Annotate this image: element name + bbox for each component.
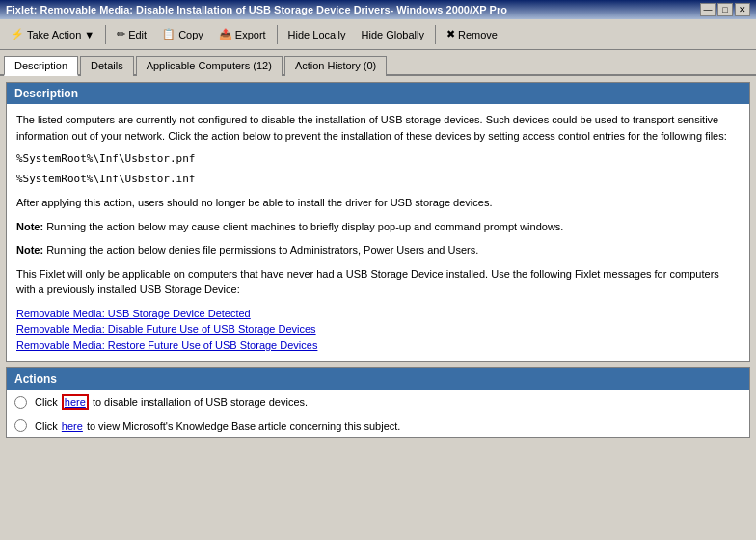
close-button[interactable]: ✕ xyxy=(735,3,750,16)
action2-radio[interactable] xyxy=(14,419,27,432)
note2: Note: Running the action below denies fi… xyxy=(16,242,740,258)
minimize-button[interactable]: — xyxy=(700,3,716,16)
take-action-label: Take Action xyxy=(27,29,81,40)
action2-suffix: to view Microsoft's Knowledge Base artic… xyxy=(87,420,401,432)
action-row-1: Click here to disable installation of US… xyxy=(7,390,749,415)
tab-applicable-computers[interactable]: Applicable Computers (12) xyxy=(136,56,283,76)
code-line1: %SystemRoot%\Inf\Usbstor.pnf xyxy=(16,151,740,168)
edit-icon: ✏ xyxy=(117,28,125,40)
action-row-2: Click here to view Microsoft's Knowledge… xyxy=(7,415,749,437)
window-controls: — □ ✕ xyxy=(700,3,750,16)
copy-label: Copy xyxy=(178,29,203,40)
link-usb-detected[interactable]: Removable Media: USB Storage Device Dete… xyxy=(16,306,740,322)
edit-label: Edit xyxy=(128,29,147,40)
action1-radio[interactable] xyxy=(14,396,27,409)
dropdown-arrow-icon: ▼ xyxy=(84,29,94,40)
toolbar-separator-3 xyxy=(435,25,436,44)
actions-box: Actions Click here to disable installati… xyxy=(6,367,750,438)
description-paragraph3: This Fixlet will only be applicable on c… xyxy=(16,266,740,298)
code-line2: %SystemRoot%\Inf\Usbstor.inf xyxy=(16,172,740,188)
link-disable-future[interactable]: Removable Media: Disable Future Use of U… xyxy=(16,321,740,338)
link-restore-future[interactable]: Removable Media: Restore Future Use of U… xyxy=(16,338,740,354)
description-paragraph1: The listed computers are currently not c… xyxy=(16,112,740,144)
hide-locally-button[interactable]: Hide Locally xyxy=(282,23,353,46)
note1-text: Running the action below may cause clien… xyxy=(43,221,563,232)
description-paragraph2: After applying this action, users should… xyxy=(16,195,740,211)
action1-link[interactable]: here xyxy=(62,394,89,410)
tabs-bar: Description Details Applicable Computers… xyxy=(0,50,756,76)
description-content: The listed computers are currently not c… xyxy=(7,104,749,361)
tab-details[interactable]: Details xyxy=(80,56,134,76)
copy-icon: 📋 xyxy=(162,28,176,40)
remove-label: Remove xyxy=(458,29,498,40)
edit-button[interactable]: ✏ Edit xyxy=(110,23,153,46)
action2-link[interactable]: here xyxy=(62,420,83,432)
export-button[interactable]: 📤 Export xyxy=(212,23,273,46)
note1-bold: Note: xyxy=(16,221,43,232)
links-list: Removable Media: USB Storage Device Dete… xyxy=(16,306,740,354)
remove-button[interactable]: ✖ Remove xyxy=(440,23,504,46)
tab-action-history[interactable]: Action History (0) xyxy=(284,56,387,76)
note2-text: Running the action below denies file per… xyxy=(43,244,478,256)
maximize-button[interactable]: □ xyxy=(717,3,733,16)
description-box: Description The listed computers are cur… xyxy=(6,82,750,362)
action1-suffix: to disable installation of USB storage d… xyxy=(93,396,308,408)
take-action-icon: ⚡ xyxy=(11,28,24,40)
window-title: Fixlet: Removable Media: Disable Install… xyxy=(6,4,507,15)
hide-globally-label: Hide Globally xyxy=(362,29,424,40)
copy-button[interactable]: 📋 Copy xyxy=(155,23,210,46)
take-action-button[interactable]: ⚡ Take Action ▼ xyxy=(4,23,101,46)
content-area: Description The listed computers are cur… xyxy=(0,76,756,539)
note2-bold: Note: xyxy=(16,244,43,256)
note1: Note: Running the action below may cause… xyxy=(16,219,740,235)
hide-globally-button[interactable]: Hide Globally xyxy=(355,23,431,46)
export-label: Export xyxy=(235,29,266,40)
action1-prefix: Click xyxy=(35,396,58,408)
action2-prefix: Click xyxy=(35,420,58,432)
toolbar-separator-1 xyxy=(105,25,106,44)
title-bar: Fixlet: Removable Media: Disable Install… xyxy=(0,0,756,19)
hide-locally-label: Hide Locally xyxy=(288,29,346,40)
toolbar: ⚡ Take Action ▼ ✏ Edit 📋 Copy 📤 Export H… xyxy=(0,19,756,50)
description-header: Description xyxy=(7,83,749,104)
toolbar-separator-2 xyxy=(277,25,278,44)
remove-icon: ✖ xyxy=(446,28,455,40)
tab-description[interactable]: Description xyxy=(4,56,78,76)
export-icon: 📤 xyxy=(219,28,232,40)
actions-header: Actions xyxy=(7,368,749,390)
